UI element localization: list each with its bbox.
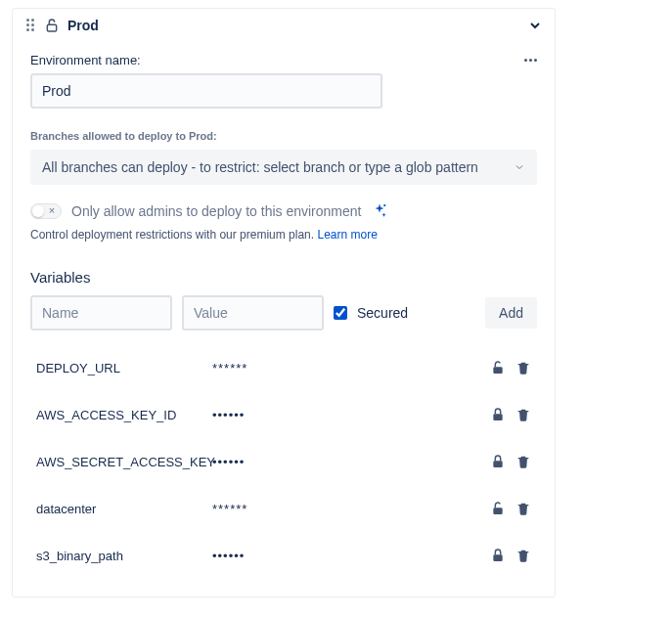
variable-row: AWS_SECRET_ACCESS_KEY•••••• [30, 438, 537, 485]
svg-rect-5 [493, 508, 502, 514]
variable-row: datacenter****** [30, 485, 537, 532]
variables-section: Variables Secured Add DEPLOY_URL******AW… [30, 269, 537, 579]
environment-panel: Prod Environment name: Branches allowed … [12, 8, 556, 597]
variable-row: DEPLOY_URL****** [30, 344, 537, 391]
lock-icon[interactable] [490, 407, 506, 422]
unlock-icon [44, 18, 60, 33]
variable-name: AWS_SECRET_ACCESS_KEY [36, 455, 212, 469]
svg-rect-3 [493, 414, 502, 420]
variable-value: ****** [212, 502, 490, 516]
variable-name: datacenter [36, 502, 212, 516]
variables-list: DEPLOY_URL******AWS_ACCESS_KEY_ID••••••A… [30, 344, 537, 579]
premium-note: Control deployment restrictions with our… [30, 228, 537, 242]
svg-rect-4 [493, 461, 502, 467]
variable-value-input[interactable] [182, 295, 324, 331]
variable-value: •••••• [212, 549, 490, 563]
env-name-input[interactable] [30, 73, 382, 109]
branches-label: Branches allowed to deploy to Prod: [30, 130, 537, 142]
variable-name: DEPLOY_URL [36, 361, 212, 375]
variable-name-input[interactable] [30, 295, 172, 331]
secured-label: Secured [357, 305, 408, 321]
secured-checkbox[interactable] [334, 306, 347, 320]
drag-handle-icon[interactable] [24, 17, 36, 33]
chevron-down-icon[interactable] [527, 18, 543, 33]
trash-icon[interactable] [515, 360, 531, 375]
variable-value: ****** [212, 361, 490, 375]
premium-text: Control deployment restrictions with our… [30, 228, 317, 242]
learn-more-link[interactable]: Learn more [317, 228, 377, 242]
trash-icon[interactable] [515, 407, 531, 422]
variable-value: •••••• [212, 455, 490, 469]
svg-point-1 [384, 204, 386, 206]
branches-selected-text: All branches can deploy - to restrict: s… [42, 159, 478, 175]
variables-title: Variables [30, 269, 537, 286]
panel-body: Environment name: Branches allowed to de… [13, 41, 555, 596]
unlock-icon[interactable] [490, 501, 506, 516]
svg-rect-0 [47, 24, 56, 31]
variable-name: AWS_ACCESS_KEY_ID [36, 408, 212, 422]
sparkle-icon [371, 202, 388, 220]
admin-only-toggle[interactable] [30, 203, 62, 219]
add-button[interactable]: Add [485, 297, 537, 329]
chevron-down-icon [514, 161, 525, 173]
admin-only-label: Only allow admins to deploy to this envi… [71, 203, 361, 219]
trash-icon[interactable] [515, 454, 531, 469]
env-name-label: Environment name: [30, 53, 141, 67]
variable-row: s3_binary_path•••••• [30, 532, 537, 579]
svg-rect-2 [493, 367, 502, 374]
lock-icon[interactable] [490, 548, 506, 563]
variable-value: •••••• [212, 408, 490, 422]
variable-row: AWS_ACCESS_KEY_ID•••••• [30, 391, 537, 438]
trash-icon[interactable] [515, 548, 531, 563]
panel-title: Prod [67, 18, 519, 33]
branches-select[interactable]: All branches can deploy - to restrict: s… [30, 150, 537, 185]
lock-icon[interactable] [490, 454, 506, 469]
variable-name: s3_binary_path [36, 549, 212, 563]
panel-header[interactable]: Prod [13, 9, 555, 41]
unlock-icon[interactable] [490, 360, 506, 375]
more-icon[interactable] [524, 59, 537, 62]
svg-rect-6 [493, 554, 502, 561]
trash-icon[interactable] [515, 501, 531, 516]
